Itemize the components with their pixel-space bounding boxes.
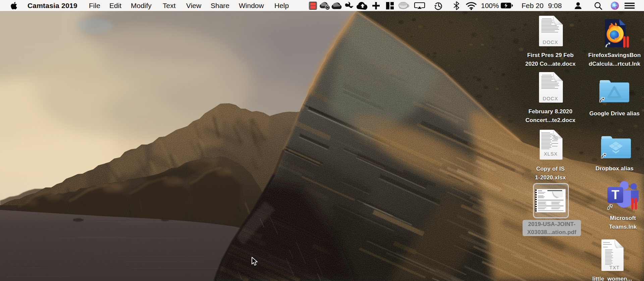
svg-text:XLSX: XLSX	[544, 151, 557, 157]
svg-text:DOCX: DOCX	[543, 40, 558, 45]
svg-text:TXT: TXT	[609, 265, 620, 270]
svg-text:DOCX: DOCX	[543, 96, 558, 101]
svg-text:T: T	[611, 188, 619, 202]
